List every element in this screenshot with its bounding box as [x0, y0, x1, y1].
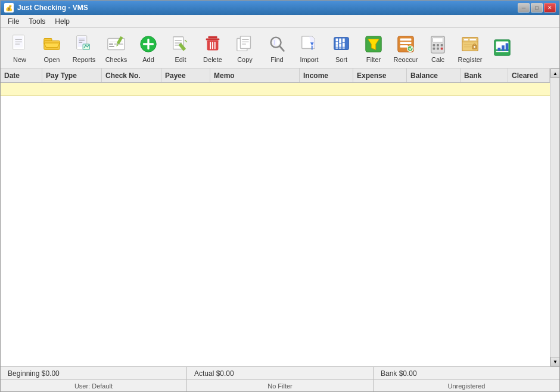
toolbar-add-button[interactable]: Add: [133, 31, 164, 66]
toolbar: New Open: [1, 28, 559, 69]
toolbar-new-button[interactable]: New: [4, 31, 35, 66]
find-label: Find: [270, 56, 283, 63]
title-bar-left: 💰 Just Checking - VMS: [4, 3, 88, 13]
toolbar-reports-button[interactable]: Reports: [69, 31, 99, 66]
status-bank: Bank $0.00: [374, 367, 559, 379]
svg-point-76: [474, 46, 475, 48]
svg-rect-59: [400, 45, 408, 47]
toolbar-extra-button[interactable]: [487, 31, 518, 66]
svg-rect-71: [464, 38, 469, 41]
minimize-button[interactable]: ─: [518, 3, 530, 13]
toolbar-reoccur-button[interactable]: Reoccur: [390, 31, 421, 66]
toolbar-copy-button[interactable]: Copy: [229, 31, 260, 66]
status-bar2: User: Default No Filter Unregistered: [1, 379, 559, 391]
toolbar-delete-button[interactable]: Delete: [197, 31, 228, 66]
sort-icon: [331, 33, 352, 55]
col-header-expense[interactable]: Expense: [353, 69, 407, 82]
toolbar-open-button[interactable]: Open: [36, 31, 67, 66]
svg-line-37: [280, 46, 284, 51]
app-icon: 💰: [4, 3, 14, 13]
svg-rect-80: [497, 48, 500, 51]
svg-rect-51: [343, 47, 345, 48]
toolbar-register-button[interactable]: Register: [455, 31, 486, 66]
status-actual: Actual $0.00: [187, 367, 374, 379]
main-window: 💰 Just Checking - VMS ─ □ ✕ File Tools H…: [0, 0, 560, 392]
reports-label: Reports: [73, 56, 96, 63]
status-registration: Unregistered: [374, 380, 559, 391]
window-title: Just Checking - VMS: [17, 4, 88, 12]
scroll-down-button[interactable]: ▼: [550, 357, 559, 366]
vertical-scrollbar[interactable]: ▲ ▼: [550, 69, 559, 366]
title-bar: 💰 Just Checking - VMS ─ □ ✕: [1, 1, 559, 15]
svg-rect-63: [433, 44, 435, 46]
checks-label: Checks: [105, 56, 127, 63]
svg-rect-47: [336, 38, 338, 41]
new-label: New: [13, 56, 26, 63]
status-user: User: Default: [1, 380, 187, 391]
svg-rect-67: [437, 47, 439, 49]
import-icon: [298, 33, 320, 55]
col-header-date[interactable]: Date: [1, 69, 42, 82]
svg-rect-53: [343, 38, 345, 42]
copy-label: Copy: [237, 56, 253, 63]
reoccur-label: Reoccur: [394, 56, 418, 63]
table-body[interactable]: [1, 83, 550, 366]
status-filter: No Filter: [187, 380, 374, 391]
svg-rect-62: [433, 38, 443, 42]
toolbar-calc-button[interactable]: Calc: [422, 31, 453, 66]
svg-rect-52: [343, 43, 345, 47]
col-header-income[interactable]: Income: [300, 69, 353, 82]
status-beginning: Beginning $0.00: [1, 367, 187, 379]
edit-icon: [170, 33, 191, 55]
svg-rect-24: [208, 36, 217, 38]
svg-rect-31: [240, 36, 250, 48]
menu-tools[interactable]: Tools: [24, 16, 50, 27]
svg-rect-72: [469, 38, 476, 41]
reports-icon: [73, 33, 95, 55]
find-icon: [266, 33, 288, 55]
svg-rect-81: [502, 45, 505, 51]
col-header-paytype[interactable]: Pay Type: [42, 69, 102, 82]
col-header-cleared[interactable]: Cleared: [508, 69, 550, 82]
toolbar-checks-button[interactable]: Checks: [101, 31, 132, 66]
toolbar-find-button[interactable]: Find: [262, 31, 293, 66]
toolbar-filter-button[interactable]: Filter: [358, 31, 389, 66]
open-label: Open: [44, 56, 60, 63]
close-button[interactable]: ✕: [544, 3, 556, 13]
svg-rect-50: [339, 38, 341, 43]
add-label: Add: [142, 56, 154, 63]
svg-rect-65: [441, 44, 443, 46]
import-label: Import: [300, 56, 318, 63]
sort-label: Sort: [335, 56, 347, 63]
col-header-bank[interactable]: Bank: [461, 69, 508, 82]
col-header-checkno[interactable]: Check No.: [102, 69, 161, 82]
extra-icon: [491, 37, 513, 58]
new-icon: [9, 33, 30, 55]
maximize-button[interactable]: □: [531, 3, 543, 13]
svg-rect-46: [336, 42, 338, 45]
col-header-payee[interactable]: Payee: [161, 69, 210, 82]
svg-rect-49: [339, 44, 341, 47]
svg-rect-25: [206, 38, 220, 40]
status-bar: Beginning $0.00 Actual $0.00 Bank $0.00: [1, 366, 559, 379]
toolbar-import-button[interactable]: Import: [294, 31, 325, 66]
toolbar-edit-button[interactable]: Edit: [165, 31, 196, 66]
svg-rect-58: [400, 42, 412, 44]
add-icon: [138, 33, 159, 55]
menu-file[interactable]: File: [3, 16, 24, 27]
col-header-memo[interactable]: Memo: [210, 69, 300, 82]
scroll-up-button[interactable]: ▲: [550, 69, 559, 78]
svg-rect-68: [441, 47, 443, 49]
title-controls: ─ □ ✕: [518, 3, 556, 13]
toolbar-sort-button[interactable]: Sort: [326, 31, 357, 66]
table-header: Date Pay Type Check No. Payee Memo Incom…: [1, 69, 550, 83]
scroll-track[interactable]: [550, 78, 559, 357]
svg-rect-45: [336, 45, 338, 46]
svg-rect-57: [400, 38, 412, 41]
menu-help[interactable]: Help: [50, 16, 74, 27]
selected-row[interactable]: [1, 83, 550, 96]
menu-bar: File Tools Help: [1, 15, 559, 28]
col-header-balance[interactable]: Balance: [407, 69, 461, 82]
svg-rect-82: [506, 43, 509, 51]
table-inner: Date Pay Type Check No. Payee Memo Incom…: [1, 69, 550, 366]
